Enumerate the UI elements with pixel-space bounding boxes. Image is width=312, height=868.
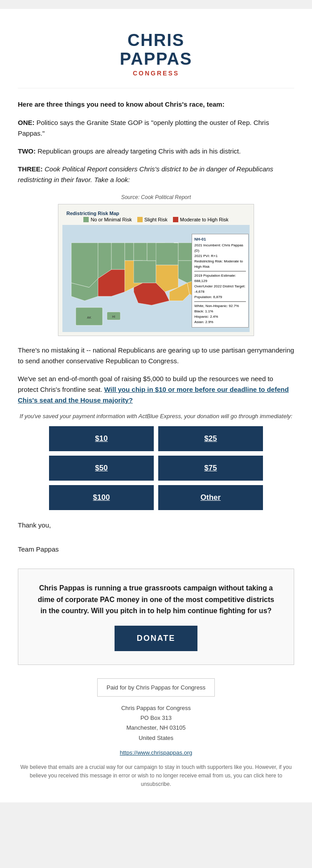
footer-po: PO Box 313 (18, 713, 294, 723)
nh-callout: NH-01 2021 Incumbent: Chris Pappas (D) 2… (192, 234, 249, 328)
map-legend: No or Minimal Risk Slight Risk Moderate … (62, 217, 250, 222)
body-paragraph2: We've set an end-of-month goal of raisin… (18, 374, 294, 406)
map-wrapper: Redistricting Risk Map No or Minimal Ris… (58, 204, 254, 336)
svg-text:AK: AK (87, 316, 91, 319)
grassroots-box: Chris Pappas is running a true grassroot… (18, 569, 294, 665)
footer-org: Chris Pappas for Congress (18, 703, 294, 713)
candidate-name: CHRIS PAPPAS (18, 31, 294, 69)
nh-population: 2019 Population Estimate: 688,129Over/Un… (194, 273, 246, 300)
actblue-note: If you've saved your payment information… (18, 413, 294, 419)
closing-section: Thank you, Team Pappas (18, 519, 294, 555)
grassroots-text: Chris Pappas is running a true grassroot… (36, 582, 276, 617)
svg-marker-9 (134, 261, 156, 283)
nh-pvi: 2021 PVI: R+1 (194, 253, 246, 259)
email-container: CHRIS PAPPAS CONGRESS Here are three thi… (0, 9, 312, 802)
legend-label-slight-risk: Slight Risk (144, 217, 168, 222)
paid-for-box: Paid for by Chris Pappas for Congress (97, 678, 215, 697)
footer: Paid for by Chris Pappas for Congress Ch… (18, 678, 294, 789)
donate-btn-25[interactable]: $25 (158, 426, 263, 451)
point-three-text: Cook Political Report considers Chris's … (18, 165, 273, 183)
point-two: TWO: Republican groups are already targe… (18, 146, 294, 157)
signature: Team Pappas (18, 543, 294, 555)
legend-high-risk: Moderate to High Risk (173, 217, 229, 222)
donate-btn-75[interactable]: $75 (158, 456, 263, 481)
svg-marker-4 (125, 243, 134, 261)
svg-marker-1 (71, 243, 98, 287)
point-one-text: Politico says the Granite State GOP is "… (18, 119, 269, 137)
donate-btn-50[interactable]: $50 (49, 456, 154, 481)
footer-disclaimer: We believe that emails are a crucial way… (18, 763, 294, 789)
nh-demographics: White, Non-Hispanic: 92.7%Black: 1.1%His… (194, 303, 246, 325)
congress-label: CONGRESS (18, 70, 294, 77)
svg-marker-11 (156, 243, 178, 265)
map-section: Source: Cook Political Report Redistrict… (18, 194, 294, 336)
map-svg-area: AK HI NH-01 2021 Incumbent: Chris Pappas… (62, 225, 250, 332)
nh-incumbent: 2021 Incumbent: Chris Pappas (D) (194, 243, 246, 253)
point-one: ONE: Politico says the Granite State GOP… (18, 117, 294, 139)
point-three: THREE: Cook Political Report considers C… (18, 164, 294, 185)
svg-marker-3 (111, 243, 125, 270)
legend-color-slight-risk (137, 217, 143, 222)
footer-country: United States (18, 733, 294, 743)
point-three-label: THREE: (18, 165, 43, 173)
paid-for-text: Paid for by Chris Pappas for Congress (107, 684, 205, 691)
legend-no-risk: No or Minimal Risk (83, 217, 131, 222)
footer-website[interactable]: https://www.chrispappas.org (18, 748, 294, 758)
donate-btn-100[interactable]: $100 (49, 485, 154, 510)
map-title: Redistricting Risk Map (62, 208, 250, 217)
thank-you: Thank you, (18, 519, 294, 531)
intro-text: Here are three things you need to know a… (18, 100, 294, 110)
legend-label-no-risk: No or Minimal Risk (90, 217, 131, 222)
map-source: Source: Cook Political Report (18, 194, 294, 200)
footer-address: Chris Pappas for Congress PO Box 313 Man… (18, 703, 294, 743)
point-two-text: Republican groups are already targeting … (36, 147, 241, 155)
svg-text:HI: HI (112, 315, 115, 318)
body-paragraph1: There's no mistaking it -- national Repu… (18, 345, 294, 366)
nh-title: NH-01 (194, 237, 246, 243)
donate-btn-10[interactable]: $10 (49, 426, 154, 451)
donate-main-button[interactable]: DONATE (115, 626, 198, 651)
legend-color-high-risk (173, 217, 178, 222)
legend-slight-risk: Slight Risk (137, 217, 168, 222)
svg-marker-5 (134, 243, 147, 261)
donation-grid: $10 $25 $50 $75 $100 Other (49, 426, 263, 510)
donate-btn-other[interactable]: Other (158, 485, 263, 510)
legend-color-no-risk (83, 217, 89, 222)
footer-city: Manchester, NH 03105 (18, 723, 294, 733)
nh-risk: Redistricting Risk: Moderate to High Ris… (194, 259, 246, 270)
point-one-label: ONE: (18, 119, 35, 126)
legend-label-high-risk: Moderate to High Risk (180, 217, 229, 222)
point-two-label: TWO: (18, 147, 36, 155)
email-header: CHRIS PAPPAS CONGRESS (18, 22, 294, 88)
